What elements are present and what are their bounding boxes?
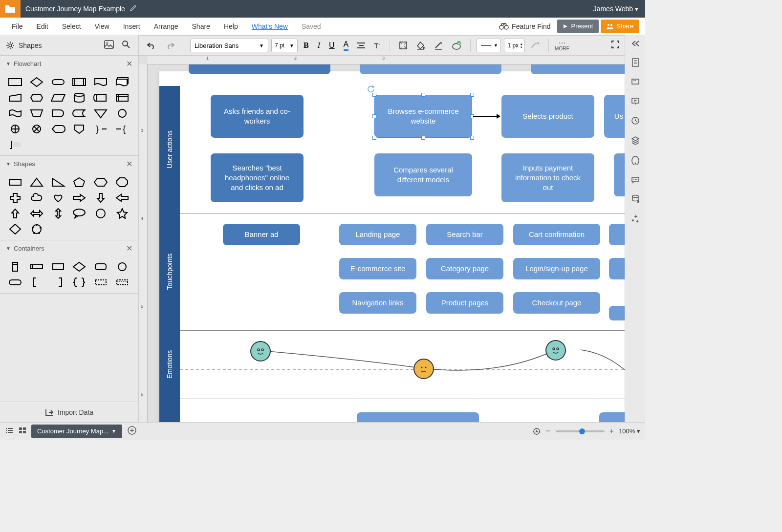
section-header-shapes[interactable]: ▼ Shapes ✕: [0, 156, 138, 171]
shape-diamond[interactable]: [28, 76, 45, 88]
collapse-right-icon[interactable]: [631, 40, 640, 49]
selection-handle[interactable]: [372, 114, 376, 118]
menu-whats-new[interactable]: What's New: [246, 20, 294, 33]
themes-icon[interactable]: [631, 155, 640, 167]
menu-file[interactable]: File: [6, 20, 29, 33]
shape-style-button[interactable]: [396, 39, 411, 52]
node-asks-friends[interactable]: Asks friends and co-workers: [211, 95, 304, 138]
shape-note[interactable]: [7, 139, 23, 150]
menu-insert[interactable]: Insert: [117, 20, 146, 33]
close-icon[interactable]: ✕: [126, 159, 132, 169]
shape-rect[interactable]: [7, 176, 23, 188]
container-pill[interactable]: [7, 277, 23, 288]
bold-button[interactable]: B: [301, 39, 312, 52]
shape-star[interactable]: [114, 208, 130, 219]
shape-database[interactable]: [71, 92, 87, 104]
node-partial-top-1[interactable]: [189, 64, 330, 74]
selection-handle[interactable]: [372, 93, 376, 97]
feature-find-button[interactable]: Feature Find: [494, 20, 555, 33]
container-brace[interactable]: [71, 277, 87, 288]
node-search-bar[interactable]: Search bar: [426, 224, 503, 245]
zoom-in-button[interactable]: +: [609, 427, 614, 436]
shape-arrow-up[interactable]: [7, 208, 23, 219]
menu-edit[interactable]: Edit: [31, 20, 54, 33]
node-login-signup[interactable]: Login/sign-up page: [513, 258, 600, 279]
shape-octagon[interactable]: [114, 176, 130, 188]
lane-partial[interactable]: ts: [159, 399, 180, 422]
fullscreen-button[interactable]: [611, 40, 620, 51]
node-category-page[interactable]: Category page: [426, 258, 503, 279]
shape-arrow-down[interactable]: [92, 192, 109, 204]
comments-icon[interactable]: "": [631, 78, 640, 88]
outline-view-icon[interactable]: [5, 427, 14, 436]
shape-polygon[interactable]: [28, 223, 45, 235]
user-menu[interactable]: James Webb ▾: [586, 5, 645, 13]
node-us[interactable]: Us: [604, 95, 625, 138]
node-ecommerce-site[interactable]: E-commerce site: [339, 258, 416, 279]
container-diamond[interactable]: [71, 261, 87, 273]
lane-touchpoints[interactable]: Touchpoints: [159, 213, 180, 330]
selection-handle[interactable]: [421, 136, 425, 140]
layers-icon[interactable]: [631, 136, 640, 147]
line-options-button[interactable]: [528, 40, 543, 51]
section-header-containers[interactable]: ▼ Containers ✕: [0, 240, 138, 256]
history-icon[interactable]: [631, 116, 640, 127]
node-partial-right-4[interactable]: [609, 306, 625, 320]
share-button[interactable]: Share: [601, 20, 639, 33]
page-settings-icon[interactable]: [631, 58, 640, 69]
zoom-level[interactable]: 100% ▾: [619, 427, 640, 435]
container-dashed[interactable]: [92, 277, 109, 288]
shape-display[interactable]: [50, 123, 66, 135]
shape-off-page[interactable]: [71, 123, 87, 135]
shape-sum[interactable]: [28, 123, 45, 135]
emotion-neutral[interactable]: [413, 359, 434, 379]
image-icon[interactable]: [102, 38, 116, 53]
zoom-slider[interactable]: [556, 430, 605, 432]
shape-predefined[interactable]: [71, 76, 87, 88]
shape-stored-data[interactable]: [71, 107, 87, 119]
menu-view[interactable]: View: [89, 20, 115, 33]
italic-button[interactable]: I: [315, 39, 323, 52]
shape-heart[interactable]: [50, 192, 66, 204]
container-rect[interactable]: [50, 261, 66, 273]
diagram-page[interactable]: User actions Asks friends and co-workers…: [159, 71, 625, 422]
node-partial-right-3[interactable]: [609, 258, 625, 279]
node-inputs-payment[interactable]: Inputs payment information to check out: [501, 153, 594, 202]
node-checkout-page[interactable]: Checkout page: [513, 292, 600, 314]
shape-brace-right[interactable]: }: [92, 123, 109, 135]
grid-view-icon[interactable]: [19, 427, 26, 436]
edit-title-icon[interactable]: [130, 4, 137, 13]
align-button[interactable]: [354, 40, 368, 51]
node-landing-page[interactable]: Landing page: [339, 224, 416, 245]
shape-data[interactable]: [50, 92, 66, 104]
node-browses[interactable]: Browses e-commerce website: [374, 95, 472, 138]
target-icon[interactable]: [533, 427, 541, 435]
chat-icon[interactable]: [631, 176, 640, 186]
node-compares[interactable]: Compares several different models: [374, 153, 472, 196]
shape-brace-left[interactable]: {: [114, 123, 130, 135]
shape-hexagon[interactable]: [92, 176, 109, 188]
font-size-select[interactable]: 7 pt▼: [271, 39, 298, 52]
connector-arrow[interactable]: [472, 112, 501, 120]
node-partial-top-2[interactable]: [360, 64, 501, 74]
container-bracket-r[interactable]: [50, 277, 66, 288]
close-icon[interactable]: ✕: [126, 244, 132, 253]
container-bracket-l[interactable]: [28, 277, 45, 288]
shape-document[interactable]: [92, 76, 109, 88]
shape-merge[interactable]: [92, 107, 109, 119]
node-searches[interactable]: Searches "best headphones" online and cl…: [211, 153, 304, 202]
shape-double-arrow-h[interactable]: [28, 208, 45, 219]
shape-right-triangle[interactable]: [50, 176, 66, 188]
section-header-flowchart[interactable]: ▼ Flowchart ✕: [0, 56, 138, 71]
shape-arrow-left[interactable]: [114, 192, 130, 204]
selection-handle[interactable]: [470, 93, 474, 97]
emotion-happy-2[interactable]: [545, 340, 566, 361]
line-style-select[interactable]: ▼: [477, 39, 501, 52]
node-navigation-links[interactable]: Navigation links: [339, 292, 416, 314]
undo-button[interactable]: [144, 40, 159, 51]
selection-handle[interactable]: [470, 136, 474, 140]
menu-select[interactable]: Select: [56, 20, 87, 33]
node-partial-right-1[interactable]: [614, 153, 625, 196]
shape-pentagon[interactable]: [71, 176, 87, 188]
menu-arrange[interactable]: Arrange: [148, 20, 184, 33]
